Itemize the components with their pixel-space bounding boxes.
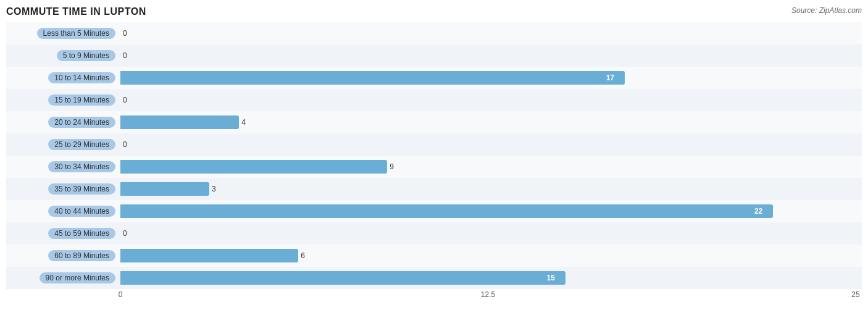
chart-header: COMMUTE TIME IN LUPTON Source: ZipAtlas.… — [6, 6, 862, 17]
bar-value: 22 — [754, 207, 762, 216]
x-axis: 0 12.5 25 — [120, 290, 856, 303]
bar-value: 3 — [212, 185, 216, 193]
bar-value: 17 — [606, 73, 614, 82]
bar-label-text: 20 to 24 Minutes — [48, 117, 115, 128]
bar-track: 3 — [120, 178, 862, 200]
bar-track: 9 — [120, 156, 862, 178]
bar-value: 0 — [123, 229, 127, 238]
bar-label: 20 to 24 Minutes — [6, 117, 120, 128]
bar-value: 9 — [390, 162, 394, 171]
bar-row: 5 to 9 Minutes 0 — [6, 44, 862, 67]
bar-label-text: 40 to 44 Minutes — [48, 206, 115, 217]
bar-track: 6 — [120, 245, 862, 267]
bar-row: 90 or more Minutes 15 — [6, 267, 862, 289]
bar-label: 90 or more Minutes — [6, 272, 120, 283]
bar-fill — [120, 160, 387, 174]
bar-label: 40 to 44 Minutes — [6, 206, 120, 217]
bar-track: 0 — [120, 44, 862, 67]
bar-label-text: 5 to 9 Minutes — [57, 50, 115, 61]
bar-label: 25 to 29 Minutes — [6, 139, 120, 150]
bar-value: 15 — [547, 274, 555, 282]
chart-container: COMMUTE TIME IN LUPTON Source: ZipAtlas.… — [0, 0, 868, 323]
bars-section: Less than 5 Minutes 0 5 to 9 Minutes 0 1… — [6, 22, 862, 289]
bar-value: 0 — [123, 96, 127, 104]
bar-label-text: 10 to 14 Minutes — [48, 72, 115, 83]
chart-source: Source: ZipAtlas.com — [791, 6, 862, 15]
bar-value: 0 — [123, 140, 127, 149]
chart-body: Less than 5 Minutes 0 5 to 9 Minutes 0 1… — [6, 22, 862, 283]
x-tick-25: 25 — [851, 290, 859, 299]
x-tick-0: 0 — [119, 290, 123, 299]
bar-row: 30 to 34 Minutes 9 — [6, 156, 862, 178]
bar-label-text: 60 to 89 Minutes — [48, 250, 115, 261]
bar-track: 22 — [120, 200, 862, 222]
bar-fill — [120, 182, 209, 196]
bar-track: 0 — [120, 222, 862, 245]
bar-row: 40 to 44 Minutes 22 — [6, 200, 862, 222]
bar-value: 6 — [301, 251, 305, 260]
bar-row: 10 to 14 Minutes 17 — [6, 67, 862, 89]
bar-row: 20 to 24 Minutes 4 — [6, 111, 862, 133]
bar-fill — [120, 249, 298, 262]
bar-label-text: 45 to 59 Minutes — [48, 228, 115, 239]
bar-label: 45 to 59 Minutes — [6, 228, 120, 239]
bar-label-text: 25 to 29 Minutes — [48, 139, 115, 150]
chart-title: COMMUTE TIME IN LUPTON — [6, 6, 146, 17]
bar-label: 60 to 89 Minutes — [6, 250, 120, 261]
bar-label-text: 30 to 34 Minutes — [48, 161, 115, 172]
bar-track: 17 — [120, 67, 862, 89]
bar-track: 4 — [120, 111, 862, 133]
bar-row: 60 to 89 Minutes 6 — [6, 245, 862, 267]
bar-row: 35 to 39 Minutes 3 — [6, 178, 862, 200]
bar-value: 0 — [123, 29, 127, 38]
bar-row: 45 to 59 Minutes 0 — [6, 222, 862, 245]
bar-label: 10 to 14 Minutes — [6, 72, 120, 83]
bar-row: 15 to 19 Minutes 0 — [6, 89, 862, 111]
bar-label-text: 90 or more Minutes — [40, 272, 115, 283]
bar-row: Less than 5 Minutes 0 — [6, 22, 862, 44]
bar-label: 5 to 9 Minutes — [6, 50, 120, 61]
bar-fill — [120, 271, 565, 285]
bar-track: 0 — [120, 133, 862, 156]
bar-track: 0 — [120, 22, 862, 44]
bar-value: 4 — [241, 118, 246, 127]
bar-fill — [120, 115, 239, 129]
x-tick-125: 12.5 — [481, 290, 495, 299]
bar-label: 30 to 34 Minutes — [6, 161, 120, 172]
bar-label-text: Less than 5 Minutes — [37, 28, 115, 39]
bar-track: 0 — [120, 89, 862, 111]
bar-fill — [120, 204, 773, 218]
bar-label: 15 to 19 Minutes — [6, 94, 120, 106]
bar-fill — [120, 71, 625, 85]
bar-value: 0 — [123, 51, 127, 60]
bar-label: Less than 5 Minutes — [6, 28, 120, 39]
bar-label: 35 to 39 Minutes — [6, 183, 120, 195]
bar-label-text: 35 to 39 Minutes — [48, 183, 115, 195]
bar-row: 25 to 29 Minutes 0 — [6, 133, 862, 156]
bar-label-text: 15 to 19 Minutes — [48, 94, 115, 106]
bar-track: 15 — [120, 267, 862, 289]
